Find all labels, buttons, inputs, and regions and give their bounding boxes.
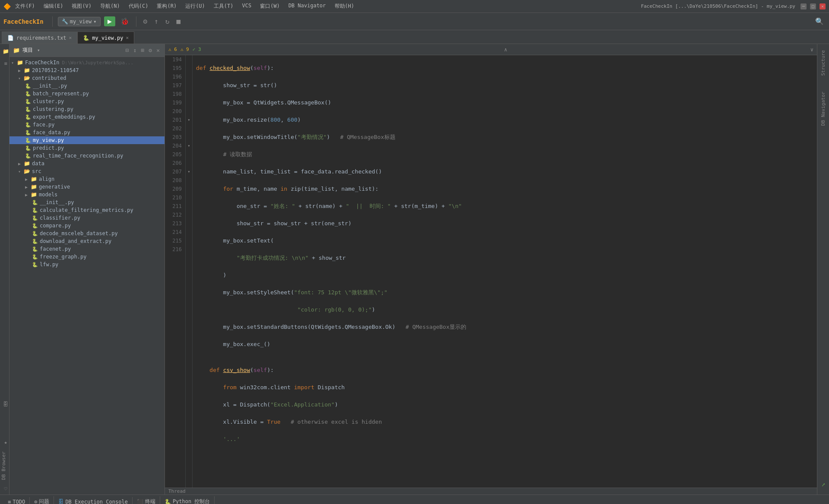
project-settings-icon[interactable]: ⚙ [147, 47, 153, 54]
menu-db-nav[interactable]: DB Navigator [287, 2, 328, 11]
tree-item-predict[interactable]: 🐍 predict.py [9, 144, 165, 152]
my-view-tab-label: my_view.py [92, 35, 123, 41]
code-line-203: show_str = show_str + str(one_str) [196, 219, 817, 228]
code-content[interactable]: 194 195 196 197 198 199 200 201 202 203 … [165, 55, 817, 488]
tree-item-cluster[interactable]: 🐍 cluster.py [9, 98, 165, 105]
tree-item-freeze[interactable]: 🐍 freeze_graph.py [9, 253, 165, 261]
menu-refactor[interactable]: 重构(R) [155, 2, 178, 11]
tree-item-calc-filter[interactable]: 🐍 calculate_filtering_metrics.py [9, 206, 165, 214]
menu-tools[interactable]: 工具(T) [212, 2, 235, 11]
menu-view[interactable]: 视图(V) [70, 2, 93, 11]
fold-201[interactable]: ▾ [186, 116, 192, 124]
todo-button[interactable]: ≡ TODO [3, 497, 30, 504]
tree-item-face-data[interactable]: 🐍 face_data.py [9, 129, 165, 136]
tree-item-face[interactable]: 🐍 face.py [9, 121, 165, 129]
terminal-button[interactable]: ⬛ 终端 [133, 496, 160, 504]
my-view-tab-close[interactable]: ✕ [126, 35, 129, 41]
project-filter-icon[interactable]: ⊞ [140, 47, 146, 54]
align-arrow: ▶ [25, 177, 29, 182]
menu-nav[interactable]: 导航(N) [98, 2, 122, 11]
project-collapse-icon[interactable]: ⊟ [124, 47, 130, 54]
tree-item-classifier[interactable]: 🐍 classifier.py [9, 214, 165, 222]
nav-down-arrow[interactable]: ∨ [810, 47, 813, 53]
tree-item-decode[interactable]: 🐍 decode_msceleb_dataset.py [9, 230, 165, 237]
project-dropdown[interactable]: ▾ [37, 47, 40, 53]
contributed-folder-icon: 📂 [24, 75, 30, 81]
search-icon[interactable]: 🔍 [813, 16, 826, 27]
real-time-py-icon: 🐍 [25, 153, 31, 159]
tree-item-src-init[interactable]: 🐍 __init__.py [9, 198, 165, 206]
fold-207[interactable]: ▾ [186, 167, 192, 176]
fold-197 [186, 81, 192, 90]
tree-item-generative[interactable]: ▶ 📁 generative [9, 183, 165, 191]
fold-194[interactable] [186, 55, 192, 64]
db-execution-button[interactable]: 🗄 DB Execution Console [54, 497, 133, 504]
python-console-button[interactable]: 🐍 Python 控制台 [160, 496, 215, 504]
tree-item-models[interactable]: ▶ 📁 models [9, 191, 165, 198]
models-arrow: ▶ [25, 192, 29, 197]
fold-198 [186, 90, 192, 98]
tree-item-facecheckin[interactable]: ▾ 📁 FaceCheckIn D:\Work\JupyterWorkSpa..… [9, 59, 165, 66]
menu-file[interactable]: 文件(F) [13, 2, 37, 11]
calc-filter-py-icon: 🐍 [32, 208, 38, 213]
tree-item-real-time[interactable]: 🐍 real_time_face_recognition.py [9, 152, 165, 160]
menu-help[interactable]: 帮助(H) [333, 2, 356, 11]
cluster-py-icon: 🐍 [25, 99, 31, 104]
data-folder-icon: 📁 [24, 161, 30, 167]
tree-item-compare[interactable]: 🐍 compare.py [9, 222, 165, 230]
tree-item-src[interactable]: ▾ 📂 src [9, 167, 165, 175]
menu-run[interactable]: 运行(U) [184, 2, 207, 11]
menu-window[interactable]: 窗口(W) [258, 2, 282, 11]
refresh-button[interactable]: ↻ [164, 16, 171, 27]
tree-item-my-view[interactable]: 🐍 my_view.py [9, 136, 165, 144]
tree-item-init[interactable]: 🐍 __init__.py [9, 82, 165, 90]
settings-button[interactable]: ⚙ [142, 16, 149, 27]
tree-item-facenet[interactable]: 🐍 facenet.py [9, 245, 165, 253]
maven-tab[interactable]: ✓ [819, 479, 828, 491]
db-navigator-tab[interactable]: DB Navigator [820, 89, 827, 128]
tree-item-clustering[interactable]: 🐍 clustering.py [9, 105, 165, 113]
decode-label: decode_msceleb_dataset.py [40, 230, 118, 236]
run-button[interactable]: ▶ [104, 16, 115, 26]
line-num-200: 200 [167, 107, 182, 116]
minimize-button[interactable]: ─ [801, 3, 807, 9]
menu-edit[interactable]: 编辑(E) [42, 2, 65, 11]
maximize-button[interactable]: □ [810, 3, 816, 9]
vcs-button[interactable]: ↑ [152, 16, 160, 27]
line-num-202: 202 [167, 124, 182, 133]
tree-item-download[interactable]: 🐍 download_and_extract.py [9, 237, 165, 245]
debug-button[interactable]: 🐞 [119, 16, 131, 27]
tab-requirements[interactable]: 📄 requirements.txt ✕ [2, 32, 77, 44]
code-line-207: my_box.setStyleSheet("font: 75 12pt \"微软… [196, 288, 817, 297]
close-button[interactable]: ✕ [820, 3, 826, 9]
fold-gutter: ▾ ▾ ▾ [186, 55, 193, 488]
problems-button[interactable]: ⊙ 问题 [30, 496, 54, 504]
project-sort-icon[interactable]: ↕ [132, 47, 138, 54]
models-folder-icon: 📁 [31, 192, 37, 198]
h-scrollbar[interactable]: Thread [165, 488, 817, 495]
structure-tab[interactable]: Structure [820, 47, 827, 79]
tree-item-contributed[interactable]: ▾ 📂 contributed [9, 74, 165, 82]
tree-item-data[interactable]: ▶ 📁 data [9, 160, 165, 167]
config-selector[interactable]: 🔧 my_view ▾ [58, 17, 101, 26]
tree-item-export[interactable]: 🐍 export_embeddings.py [9, 113, 165, 121]
menu-vcs[interactable]: VCS [240, 2, 253, 11]
tree-item-20170512[interactable]: ▶ 📁 20170512-110547 [9, 66, 165, 74]
db-browser-label[interactable]: DB Browser [0, 449, 9, 482]
export-label: export_embeddings.py [33, 114, 95, 120]
menu-code[interactable]: 代码(C) [127, 2, 150, 11]
nav-up-arrow[interactable]: ∧ [504, 47, 507, 53]
fold-204[interactable]: ▾ [186, 142, 192, 150]
my-view-tab-icon: 🐍 [83, 35, 89, 41]
requirements-tab-close[interactable]: ✕ [69, 35, 72, 41]
code-editor[interactable]: def checked_show(self): show_str = str()… [193, 55, 817, 488]
right-bottom-area: ✓ [819, 479, 828, 495]
models-label: models [39, 192, 57, 198]
stop-button[interactable]: ■ [174, 16, 182, 27]
tab-my-view[interactable]: 🐍 my_view.py ✕ [77, 32, 134, 44]
real-time-label: real_time_face_recognition.py [33, 153, 123, 159]
project-close-icon[interactable]: ✕ [155, 47, 161, 54]
tree-item-lfw[interactable]: 🐍 lfw.py [9, 261, 165, 268]
tree-item-align[interactable]: ▶ 📁 align [9, 175, 165, 183]
tree-item-batch-represent[interactable]: 🐍 batch_represent.py [9, 90, 165, 98]
